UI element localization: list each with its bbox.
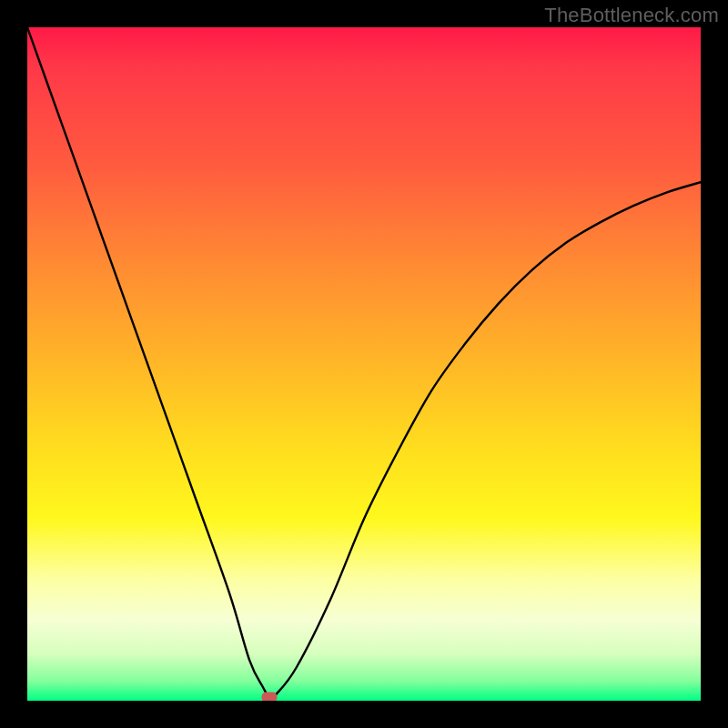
plot-area bbox=[27, 27, 701, 701]
bottleneck-marker bbox=[262, 693, 278, 701]
watermark: TheBottleneck.com bbox=[544, 4, 719, 27]
bottleneck-curve bbox=[27, 27, 701, 701]
chart-frame: TheBottleneck.com bbox=[0, 0, 728, 728]
